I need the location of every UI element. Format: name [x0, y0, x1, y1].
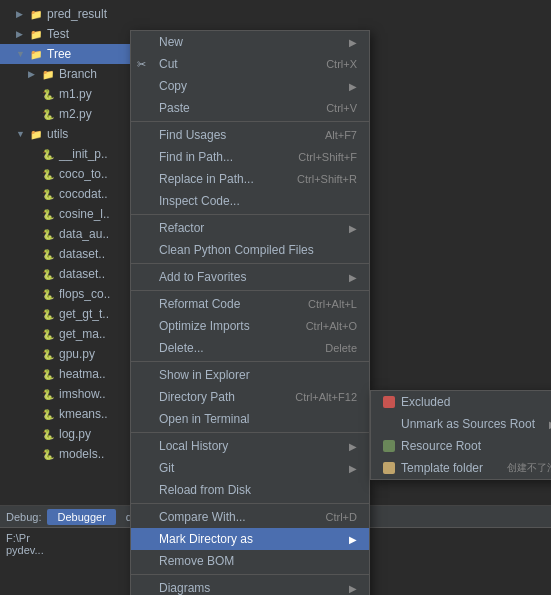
tree-item-dataset1[interactable]: 🐍 dataset..: [0, 244, 130, 264]
tree-item-coco-to[interactable]: 🐍 coco_to..: [0, 164, 130, 184]
tree-item-label: gpu.py: [59, 347, 95, 361]
shortcut-label: Ctrl+Shift+F: [278, 151, 357, 163]
debugger-tab[interactable]: Debugger: [47, 509, 115, 525]
py-icon: 🐍: [40, 266, 56, 282]
folder-icon: 📁: [40, 66, 56, 82]
menu-item-clean-python[interactable]: Clean Python Compiled Files: [131, 239, 369, 261]
menu-item-show-in-explorer[interactable]: Show in Explorer: [131, 364, 369, 386]
menu-item-add-to-favorites[interactable]: Add to Favorites ▶: [131, 266, 369, 288]
tree-item-label: cosine_l..: [59, 207, 110, 221]
menu-item-label: Directory Path: [159, 390, 235, 404]
menu-item-refactor[interactable]: Refactor ▶: [131, 217, 369, 239]
tree-item-cocodat[interactable]: 🐍 cocodat..: [0, 184, 130, 204]
tree-item-get-gt[interactable]: 🐍 get_gt_t..: [0, 304, 130, 324]
tree-item-label: coco_to..: [59, 167, 108, 181]
menu-item-diagrams[interactable]: Diagrams ▶: [131, 577, 369, 595]
submenu-item-label: Excluded: [401, 395, 450, 409]
tree-item-gpu[interactable]: 🐍 gpu.py: [0, 344, 130, 364]
menu-item-label: Git: [159, 461, 174, 475]
menu-item-reload-from-disk[interactable]: Reload from Disk: [131, 479, 369, 501]
menu-divider: [131, 361, 369, 362]
tree-item-cosine[interactable]: 🐍 cosine_l..: [0, 204, 130, 224]
submenu-arrow-icon: ▶: [349, 272, 357, 283]
tree-item-label: pred_result: [47, 7, 107, 21]
tree-item-branch[interactable]: ▶ 📁 Branch: [0, 64, 130, 84]
submenu-item-label: Unmark as Sources Root: [401, 417, 535, 431]
menu-item-label: Local History: [159, 439, 228, 453]
debug-label: Debug:: [6, 511, 41, 523]
partially-visible-text: 创建不了浩: [507, 461, 551, 475]
menu-item-label: Find Usages: [159, 128, 226, 142]
menu-item-open-in-terminal[interactable]: Open in Terminal: [131, 408, 369, 430]
tree-item-label: Tree: [47, 47, 71, 61]
menu-item-new[interactable]: New ▶: [131, 31, 369, 53]
shortcut-label: Ctrl+Alt+F12: [275, 391, 357, 403]
menu-item-optimize-imports[interactable]: Optimize Imports Ctrl+Alt+O: [131, 315, 369, 337]
menu-item-replace-in-path[interactable]: Replace in Path... Ctrl+Shift+R: [131, 168, 369, 190]
tree-item-label: dataset..: [59, 267, 105, 281]
tree-item-utils[interactable]: ▼ 📁 utils: [0, 124, 130, 144]
submenu-item-unmark-sources[interactable]: Unmark as Sources Root ▶: [371, 413, 551, 435]
shortcut-label: Ctrl+D: [306, 511, 357, 523]
folder-icon: 📁: [28, 26, 44, 42]
menu-item-reformat-code[interactable]: Reformat Code Ctrl+Alt+L: [131, 293, 369, 315]
tree-item-dataset2[interactable]: 🐍 dataset..: [0, 264, 130, 284]
tree-item-label: imshow..: [59, 387, 106, 401]
tree-item-test[interactable]: ▶ 📁 Test: [0, 24, 130, 44]
menu-item-git[interactable]: Git ▶: [131, 457, 369, 479]
tree-item-m2py[interactable]: 🐍 m2.py: [0, 104, 130, 124]
expand-arrow: ▼: [16, 49, 28, 59]
tree-item-label: Test: [47, 27, 69, 41]
tree-item-heatma[interactable]: 🐍 heatma..: [0, 364, 130, 384]
py-icon: 🐍: [40, 106, 56, 122]
tree-item-label: Branch: [59, 67, 97, 81]
menu-item-directory-path[interactable]: Directory Path Ctrl+Alt+F12: [131, 386, 369, 408]
tree-item-flops[interactable]: 🐍 flops_co..: [0, 284, 130, 304]
py-icon: 🐍: [40, 226, 56, 242]
menu-divider: [131, 290, 369, 291]
submenu-arrow-icon: ▶: [349, 534, 357, 545]
tree-item-m1py[interactable]: 🐍 m1.py: [0, 84, 130, 104]
menu-divider: [131, 432, 369, 433]
submenu-item-resource-root[interactable]: Resource Root: [371, 435, 551, 457]
tree-item-models[interactable]: 🐍 models..: [0, 444, 130, 464]
tree-item-init[interactable]: 🐍 __init_p..: [0, 144, 130, 164]
menu-item-label: Inspect Code...: [159, 194, 240, 208]
menu-divider: [131, 121, 369, 122]
menu-item-label: Paste: [159, 101, 190, 115]
menu-item-find-usages[interactable]: Find Usages Alt+F7: [131, 124, 369, 146]
menu-item-label: Replace in Path...: [159, 172, 254, 186]
shortcut-label: Ctrl+Alt+O: [286, 320, 357, 332]
tree-item-get-ma[interactable]: 🐍 get_ma..: [0, 324, 130, 344]
tree-item-label: cocodat..: [59, 187, 108, 201]
tree-item-label: kmeans..: [59, 407, 108, 421]
tree-item-log[interactable]: 🐍 log.py: [0, 424, 130, 444]
py-icon: 🐍: [40, 166, 56, 182]
menu-item-mark-directory-as[interactable]: Mark Directory as ▶: [131, 528, 369, 550]
menu-item-label: Cut: [159, 57, 178, 71]
menu-item-label: Copy: [159, 79, 187, 93]
tree-item-kmeans[interactable]: 🐍 kmeans..: [0, 404, 130, 424]
menu-item-copy[interactable]: Copy ▶: [131, 75, 369, 97]
tree-item-tree[interactable]: ▼ 📁 Tree: [0, 44, 130, 64]
tree-item-data-au[interactable]: 🐍 data_au..: [0, 224, 130, 244]
tree-item-label: dataset..: [59, 247, 105, 261]
menu-item-compare-with[interactable]: Compare With... Ctrl+D: [131, 506, 369, 528]
menu-item-label: Diagrams: [159, 581, 210, 595]
submenu-item-excluded[interactable]: Excluded: [371, 391, 551, 413]
menu-item-remove-bom[interactable]: Remove BOM: [131, 550, 369, 572]
submenu-item-template-folder[interactable]: Template folder 创建不了浩: [371, 457, 551, 479]
menu-item-inspect-code[interactable]: Inspect Code...: [131, 190, 369, 212]
menu-item-cut[interactable]: ✂ Cut Ctrl+X: [131, 53, 369, 75]
menu-item-delete[interactable]: Delete... Delete: [131, 337, 369, 359]
tree-item-imshow[interactable]: 🐍 imshow..: [0, 384, 130, 404]
tree-item-pred-result[interactable]: ▶ 📁 pred_result: [0, 4, 130, 24]
shortcut-label: Alt+F7: [305, 129, 357, 141]
menu-item-find-in-path[interactable]: Find in Path... Ctrl+Shift+F: [131, 146, 369, 168]
folder-icon: 📁: [28, 6, 44, 22]
menu-item-local-history[interactable]: Local History ▶: [131, 435, 369, 457]
mark-directory-submenu: Excluded Unmark as Sources Root ▶ Resour…: [370, 390, 551, 480]
py-icon: 🐍: [40, 366, 56, 382]
shortcut-label: Ctrl+X: [306, 58, 357, 70]
menu-item-paste[interactable]: Paste Ctrl+V: [131, 97, 369, 119]
